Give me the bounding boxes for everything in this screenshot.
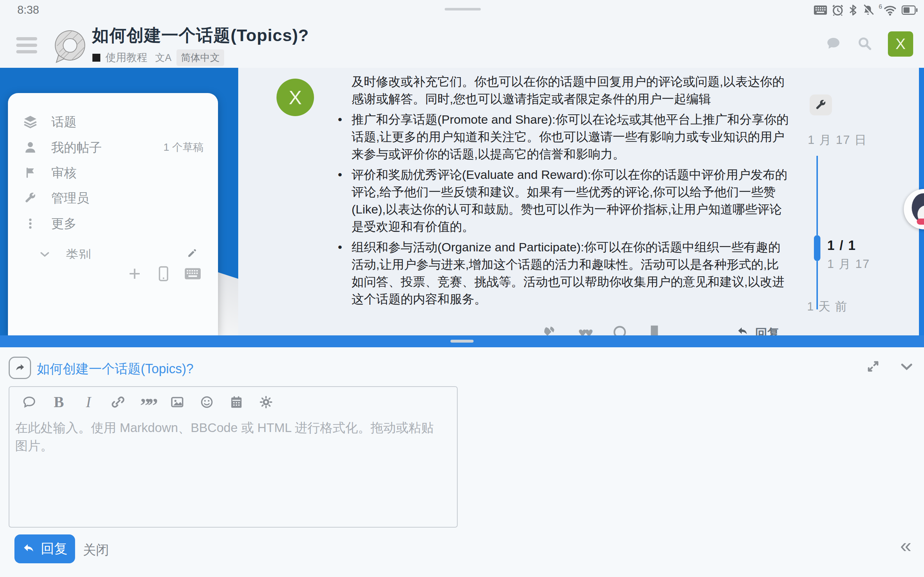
timeline-scrubber-handle[interactable]: [814, 235, 821, 261]
hamburger-menu-icon[interactable]: [16, 37, 37, 56]
submit-reply-label: 回复: [41, 540, 68, 558]
status-icons: 6: [814, 4, 918, 16]
post-reply-label: 回复: [755, 325, 780, 335]
image-icon[interactable]: [162, 393, 192, 411]
chevron-down-icon: [37, 249, 53, 259]
topic-header: 如何创建一个话题(Topics)? 使用教程 文A 简体中文 X: [0, 16, 924, 68]
topic-title[interactable]: 如何创建一个话题(Topics)?: [92, 24, 309, 47]
collapse-panel-chevrons[interactable]: «: [900, 535, 909, 556]
current-user-avatar[interactable]: X: [888, 31, 913, 56]
sidebar-item-admin[interactable]: 管理员: [23, 188, 204, 208]
forum-logo[interactable]: [53, 28, 87, 65]
topic-admin-wrench-button[interactable]: [809, 95, 832, 115]
wifi-icon: [884, 4, 897, 16]
layers-icon: [23, 115, 38, 129]
timeline-position: 1 / 1: [827, 238, 856, 253]
floating-chat-head[interactable]: [904, 189, 924, 229]
composer-toolbar: B I ””: [15, 393, 281, 411]
collapse-composer-chevron-icon[interactable]: [899, 359, 914, 376]
sidebar-item-my-posts[interactable]: 我的帖子 1 个草稿: [23, 137, 204, 158]
search-icon[interactable]: [857, 36, 872, 52]
sidebar-item-label: 我的帖子: [51, 139, 102, 156]
post-paragraph: 及时修改或补充它们。你也可以在你的话题中回复用户的评论或问题,以表达你的感谢或解…: [335, 73, 789, 108]
timeline-last-activity: 1 天 前: [807, 298, 848, 315]
status-time: 8:38: [17, 3, 39, 16]
link-icon[interactable]: [612, 324, 627, 335]
composer-editor: B I ””: [9, 386, 458, 528]
sidebar-item-label: 更多: [51, 215, 76, 232]
gear-icon[interactable]: [251, 393, 281, 411]
calendar-icon[interactable]: [221, 393, 251, 411]
user-icon: [23, 141, 38, 154]
reply-composer: 如何创建一个话题(Topics)? B I ”” 回复 关闭 «: [0, 347, 924, 577]
wifi-standard-badge: 6: [879, 3, 882, 10]
plus-icon[interactable]: [127, 266, 142, 283]
category-color-badge: [92, 54, 100, 62]
alarm-icon: [832, 4, 843, 16]
post-bullet: 组织和参与活动(Organize and Participate):你可以在你的…: [335, 239, 789, 308]
post-body-text: 及时修改或补充它们。你也可以在你的话题中回复用户的评论或问题,以表达你的感谢或解…: [335, 71, 789, 311]
chat-icon[interactable]: [826, 36, 841, 52]
topic-meta: 使用教程 文A 简体中文: [92, 49, 224, 66]
sidebar-item-more[interactable]: 更多: [23, 213, 204, 234]
sidebar-item-label: 话题: [51, 114, 76, 131]
italic-icon[interactable]: I: [74, 393, 103, 411]
keyboard-icon[interactable]: [185, 268, 201, 281]
post-bullet: 推广和分享话题(Promote and Share):你可以在论坛或其他平台上推…: [335, 111, 789, 163]
wrench-icon: [23, 192, 38, 205]
timeline-track[interactable]: [816, 156, 818, 235]
mobile-icon[interactable]: [157, 266, 170, 283]
timeline-start-date: 1 月 17 日: [808, 132, 867, 148]
bold-icon[interactable]: B: [44, 393, 74, 411]
battery-icon: [901, 5, 918, 15]
draft-count-badge: 1 个草稿: [163, 140, 204, 155]
blockquote-icon[interactable]: ””: [133, 396, 162, 415]
bookmark-icon[interactable]: [648, 324, 661, 335]
sidebar-item-label: 管理员: [51, 190, 89, 206]
notifications-off-icon: [862, 4, 874, 16]
tag-chip[interactable]: 简体中文: [176, 49, 224, 66]
flag-icon: [23, 166, 38, 179]
sidebar-item-topics[interactable]: 话题: [23, 112, 204, 132]
post-author-avatar[interactable]: X: [276, 79, 314, 116]
composer-topic-link[interactable]: 如何创建一个话题(Topics)?: [37, 360, 194, 378]
quote-post-icon[interactable]: [15, 393, 44, 411]
reply-indicator-button[interactable]: [9, 357, 31, 379]
link-icon[interactable]: [103, 393, 133, 411]
close-composer-button[interactable]: 关闭: [83, 541, 109, 559]
penguin-mascot: [912, 193, 924, 222]
reply-text-input[interactable]: [15, 418, 446, 517]
post-actions-row: ♥♥: [541, 324, 661, 335]
sidebar-section-categories[interactable]: 类别: [23, 245, 204, 259]
edit-categories-pencil-icon[interactable]: [187, 247, 198, 259]
heart-plus-icon[interactable]: ♥♥: [578, 324, 591, 335]
translate-icon: 文A: [155, 51, 171, 64]
submit-reply-button[interactable]: 回复: [15, 534, 75, 563]
bluetooth-icon: [848, 4, 857, 16]
emoji-icon[interactable]: [192, 393, 221, 411]
clap-icon[interactable]: [541, 324, 557, 335]
sidebar-menu-panel: 话题 我的帖子 1 个草稿 审核 管理员 更多: [0, 68, 238, 335]
timeline-current-date: 1 月 17: [827, 256, 870, 272]
sidebar-menu-card: 话题 我的帖子 1 个草稿 审核 管理员 更多: [8, 93, 218, 335]
gesture-handle[interactable]: [445, 8, 481, 10]
category-link[interactable]: 使用教程: [105, 50, 147, 65]
post-reply-button[interactable]: 回复: [736, 325, 780, 335]
post-bullet: 评价和奖励优秀评论(Evaluate and Reward):你可以在你的话题中…: [335, 166, 789, 235]
ellipsis-icon: [23, 217, 38, 230]
sidebar-item-label: 审核: [51, 164, 76, 181]
topic-content-area: 话题 我的帖子 1 个草稿 审核 管理员 更多: [0, 68, 924, 335]
keyboard-icon: [814, 5, 827, 15]
categories-section-label: 类别: [66, 246, 91, 259]
sidebar-item-review[interactable]: 审核: [23, 163, 204, 183]
expand-composer-icon[interactable]: [866, 359, 881, 376]
composer-drag-grip[interactable]: [451, 340, 473, 343]
